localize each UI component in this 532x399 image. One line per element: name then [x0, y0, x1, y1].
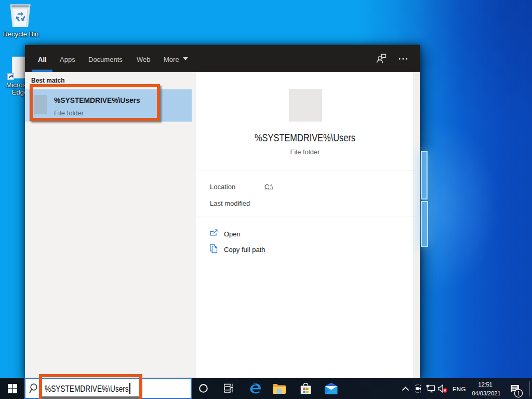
svg-text:1: 1	[517, 390, 520, 396]
